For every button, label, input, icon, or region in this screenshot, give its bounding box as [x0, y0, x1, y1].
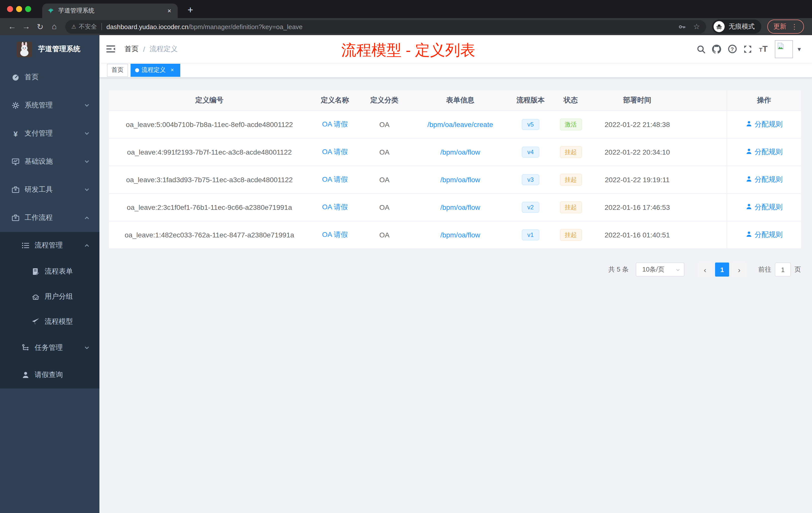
assign-rule-button[interactable]: 分配规则	[746, 148, 783, 157]
back-icon[interactable]: ←	[5, 20, 19, 34]
home-icon[interactable]: ⌂	[47, 20, 61, 34]
reload-icon[interactable]: ↻	[33, 20, 47, 34]
incognito-icon	[714, 21, 725, 32]
sidebar-item[interactable]: 首页	[0, 63, 99, 91]
sidebar-toggle-icon[interactable]	[106, 44, 116, 55]
cell-status: 挂起	[549, 139, 592, 165]
sidebar-item[interactable]: 请假查询	[0, 361, 99, 389]
form-link[interactable]: /bpm/oa/flow	[440, 231, 480, 239]
browser-tab[interactable]: 芋道管理系统 ×	[42, 3, 178, 18]
prev-page-button[interactable]: ‹	[698, 263, 712, 277]
app: 芋道管理系统 首页系统管理¥支付管理基础设施研发工具工作流程流程管理流程表单用户…	[0, 35, 812, 513]
sidebar-item[interactable]: 流程管理	[0, 232, 99, 259]
name-link[interactable]: OA 请假	[322, 120, 348, 129]
table-row: oa_leave:4:991f2193-7b7f-11ec-a3c8-acde4…	[109, 139, 801, 166]
screen: 芋道管理系统 × + ← → ↻ ⌂ ⚠ 不安全 dashboard.yudao…	[0, 0, 812, 513]
incognito-badge: 无痕模式	[712, 20, 761, 34]
window-close-button[interactable]	[7, 6, 13, 12]
form-link[interactable]: /bpm/oa/leave/create	[427, 120, 493, 128]
not-secure-warning-icon: ⚠	[71, 23, 76, 30]
url-text[interactable]: dashboard.yudao.iocoder.cn/bpm/manager/d…	[107, 23, 671, 30]
name-link[interactable]: OA 请假	[322, 148, 348, 157]
table-row: oa_leave:1:482ec033-762a-11ec-8477-a2380…	[109, 221, 801, 249]
user-avatar[interactable]	[775, 40, 793, 58]
sidebar-logo[interactable]: 芋道管理系统	[0, 35, 99, 63]
cell-version: v2	[512, 194, 549, 221]
cell-name: OA 请假	[310, 111, 360, 138]
tab-close-icon[interactable]: ×	[166, 7, 173, 14]
cell-spacer	[683, 111, 727, 138]
browser-menu-icon[interactable]: ⋮	[791, 23, 798, 31]
tag-process-definition[interactable]: 流程定义 ×	[130, 63, 180, 77]
password-key-icon[interactable]	[678, 22, 686, 31]
search-icon[interactable]	[696, 44, 705, 54]
new-tab-button[interactable]: +	[184, 3, 197, 17]
sidebar-item[interactable]: 用户分组	[0, 284, 99, 309]
cell-deploy_time: 2022-01-22 19:19:11	[592, 166, 683, 193]
name-link[interactable]: OA 请假	[322, 175, 348, 184]
cell-name: OA 请假	[310, 221, 360, 248]
github-icon[interactable]	[712, 44, 721, 54]
col-header-action: 操作	[727, 90, 801, 111]
gear-icon	[11, 101, 20, 110]
sidebar-item[interactable]: 任务管理	[0, 334, 99, 361]
cell-spacer	[683, 166, 727, 193]
page-1-button[interactable]: 1	[715, 263, 729, 277]
fullscreen-icon[interactable]	[743, 44, 752, 54]
cell-form: /bpm/oa/flow	[409, 221, 512, 248]
tags-view: 首页 流程定义 ×	[99, 63, 812, 78]
tag-home[interactable]: 首页	[107, 63, 128, 77]
sidebar-item[interactable]: 系统管理	[0, 91, 99, 119]
cell-name: OA 请假	[310, 166, 360, 193]
window-zoom-button[interactable]	[25, 6, 31, 12]
assign-rule-button[interactable]: 分配规则	[746, 203, 783, 212]
bookmark-star-icon[interactable]: ☆	[693, 22, 700, 31]
chrome-update-button[interactable]: 更新 ⋮	[767, 20, 804, 34]
cell-action: 分配规则	[727, 194, 801, 221]
name-link[interactable]: OA 请假	[322, 203, 348, 212]
sidebar-item[interactable]: ¥支付管理	[0, 119, 99, 148]
avatar-caret-icon[interactable]: ▼	[796, 46, 802, 52]
plane-icon	[32, 318, 40, 326]
forward-icon[interactable]: →	[19, 20, 33, 34]
url-host: dashboard.yudao.iocoder.cn	[107, 23, 188, 30]
goto-label: 前往	[758, 265, 771, 274]
definition-table: 定义编号定义名称定义分类表单信息流程版本状态部署时间操作 oa_leave:5:…	[109, 90, 801, 249]
sidebar-item[interactable]: 工作流程	[0, 204, 99, 232]
help-icon[interactable]: ?	[728, 44, 737, 54]
sidebar-item[interactable]: 流程表单	[0, 259, 99, 284]
list-icon	[22, 241, 30, 249]
form-link[interactable]: /bpm/oa/flow	[440, 176, 480, 184]
form-link[interactable]: /bpm/oa/flow	[440, 203, 480, 211]
pagination: 共 5 条 10条/页 ‹ 1 › 前往 页	[608, 263, 801, 277]
cell-form: /bpm/oa/leave/create	[409, 111, 512, 138]
cell-id: oa_leave:5:004b710b-7b8a-11ec-8ef0-acde4…	[109, 111, 310, 138]
tab-title: 芋道管理系统	[58, 6, 166, 15]
assign-rule-button[interactable]: 分配规则	[746, 120, 783, 129]
page-size-select[interactable]: 10条/页	[636, 263, 685, 277]
font-size-icon[interactable]: TT	[759, 44, 768, 54]
cell-status: 挂起	[549, 221, 592, 248]
assign-rule-button[interactable]: 分配规则	[746, 231, 783, 239]
assign-rule-button[interactable]: 分配规则	[746, 175, 783, 184]
form-link[interactable]: /bpm/oa/flow	[440, 148, 480, 156]
sidebar-item[interactable]: 研发工具	[0, 176, 99, 204]
tag-close-icon[interactable]: ×	[169, 66, 176, 73]
cell-status: 挂起	[549, 194, 592, 221]
goto-page-input[interactable]	[775, 263, 791, 277]
address-bar[interactable]: ⚠ 不安全 dashboard.yudao.iocoder.cn/bpm/man…	[65, 20, 706, 33]
next-page-button[interactable]: ›	[732, 263, 746, 277]
breadcrumb-home[interactable]: 首页	[124, 44, 139, 54]
name-link[interactable]: OA 请假	[322, 231, 348, 239]
version-badge: v1	[522, 230, 539, 240]
browser-chrome: 芋道管理系统 × + ← → ↻ ⌂ ⚠ 不安全 dashboard.yudao…	[0, 0, 812, 35]
tab-strip: 芋道管理系统 × +	[0, 0, 812, 18]
cell-deploy_time: 2022-01-22 20:34:10	[592, 139, 683, 165]
cell-status: 激活	[549, 111, 592, 138]
col-header-deploy_time: 部署时间	[592, 90, 683, 111]
sidebar-item[interactable]: 流程模型	[0, 309, 99, 334]
cell-version: v4	[512, 139, 549, 165]
sidebar-item[interactable]: 基础设施	[0, 148, 99, 176]
window-minimize-button[interactable]	[16, 6, 22, 12]
navbar: 首页 / 流程定义 流程模型 - 定义列表 ? TT	[99, 35, 812, 63]
